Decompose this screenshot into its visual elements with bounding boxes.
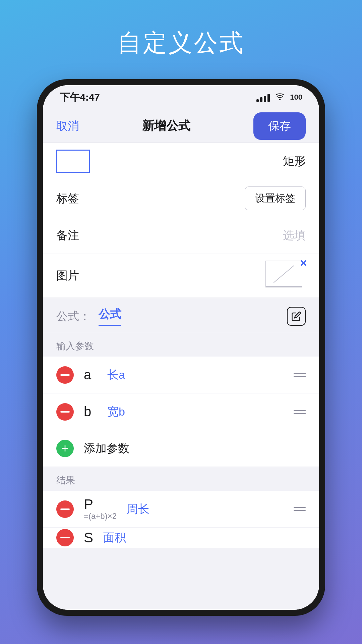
result-var-s: S <box>84 531 93 545</box>
param-row-b: b 宽b <box>43 393 319 430</box>
results-list: P =(a+b)×2 周长 S 面积 <box>43 491 319 548</box>
remark-field-label: 备注 <box>56 228 79 243</box>
param-name-a: 长a <box>107 367 284 383</box>
add-param-button[interactable]: + <box>56 440 74 457</box>
result-var-p: P <box>84 497 93 512</box>
content-area: 矩形 标签 设置标签 备注 选填 图片 ✕ <box>43 143 319 610</box>
drag-handle-a[interactable] <box>294 373 306 377</box>
status-bar: 下午4:47 100 <box>43 85 319 109</box>
label-field-label: 标签 <box>56 191 79 206</box>
phone-mockup: 下午4:47 100 <box>37 79 325 616</box>
remove-param-b-button[interactable] <box>56 403 74 421</box>
add-param-label: 添加参数 <box>84 441 129 456</box>
param-name-b: 宽b <box>107 404 284 420</box>
params-header-text: 输入参数 <box>56 341 94 351</box>
background-title-area: 自定义公式 <box>0 0 362 79</box>
cancel-button[interactable]: 取消 <box>56 118 79 134</box>
drag-handle-b[interactable] <box>294 410 306 414</box>
phone-screen: 下午4:47 100 <box>43 85 319 610</box>
page-title: 新增公式 <box>142 118 190 134</box>
add-param-row[interactable]: + 添加参数 <box>43 430 319 467</box>
results-header-text: 结果 <box>56 475 75 485</box>
result-name-s: 面积 <box>103 530 306 545</box>
params-section-header: 输入参数 <box>43 333 319 357</box>
image-row: 图片 ✕ <box>43 254 319 298</box>
formula-tab-item[interactable]: 公式 <box>99 307 121 326</box>
remove-result-p-button[interactable] <box>56 500 74 518</box>
set-tag-button[interactable]: 设置标签 <box>245 186 306 210</box>
formula-tab-left: 公式： 公式 <box>56 307 121 326</box>
formula-tab-bar: 公式： 公式 <box>43 300 319 333</box>
result-var-group-p: P =(a+b)×2 <box>84 497 117 521</box>
result-name-p: 周长 <box>127 501 284 517</box>
formula-static-label: 公式： <box>56 309 90 324</box>
signal-icon <box>256 93 270 102</box>
status-time: 下午4:47 <box>60 91 100 104</box>
svg-point-0 <box>279 99 281 100</box>
formula-section: 公式： 公式 <box>43 300 319 333</box>
background-title: 自定义公式 <box>117 27 245 59</box>
param-var-b: b <box>84 404 97 419</box>
save-button[interactable]: 保存 <box>253 112 306 140</box>
result-row-s: S 面积 <box>43 528 319 548</box>
image-field-label: 图片 <box>56 268 79 283</box>
result-row-p: P =(a+b)×2 周长 <box>43 491 319 528</box>
navigation-bar: 取消 新增公式 保存 <box>43 109 319 143</box>
image-thumbnail-container[interactable]: ✕ <box>265 261 306 291</box>
param-var-a: a <box>84 367 97 382</box>
remark-row: 备注 选填 <box>43 217 319 254</box>
label-row: 标签 设置标签 <box>43 180 319 217</box>
result-formula-p: =(a+b)×2 <box>84 512 117 521</box>
battery-icon: 100 <box>290 93 302 102</box>
drag-handle-p[interactable] <box>294 507 306 511</box>
remove-result-s-button[interactable] <box>56 529 74 546</box>
shape-row: 矩形 <box>43 143 319 180</box>
remark-placeholder: 选填 <box>283 228 306 243</box>
status-icons: 100 <box>256 92 302 103</box>
wifi-icon <box>275 92 285 103</box>
formula-edit-button[interactable] <box>287 307 306 326</box>
params-list: a 长a b 宽b <box>43 357 319 467</box>
image-remove-button[interactable]: ✕ <box>297 257 309 269</box>
shape-preview <box>56 150 90 173</box>
shape-label: 矩形 <box>283 154 306 169</box>
param-row-a: a 长a <box>43 357 319 393</box>
remove-param-a-button[interactable] <box>56 366 74 384</box>
results-section-header: 结果 <box>43 467 319 491</box>
